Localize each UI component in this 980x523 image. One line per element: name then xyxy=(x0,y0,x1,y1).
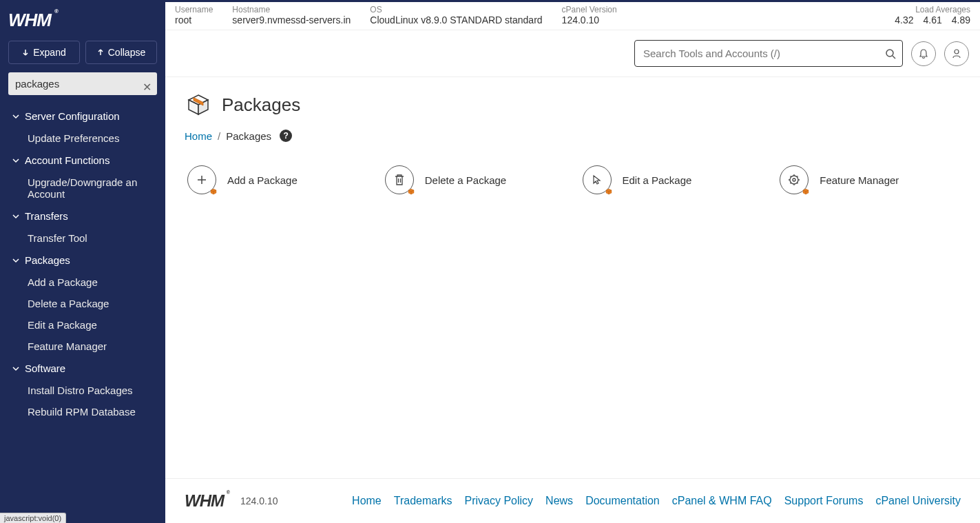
footer-link[interactable]: Home xyxy=(352,495,382,507)
chevron-down-icon xyxy=(12,213,21,220)
info-cpanel-version: cPanel Version 124.0.10 xyxy=(562,5,617,25)
footer-link[interactable]: Privacy Policy xyxy=(465,495,534,507)
sidebar-nav: Server ConfigurationUpdate PreferencesAc… xyxy=(0,102,165,523)
info-label: Load Averages xyxy=(895,5,970,14)
footer-links: HomeTrademarksPrivacy PolicyNewsDocument… xyxy=(352,495,961,507)
nav-group-header[interactable]: Transfers xyxy=(0,205,165,227)
footer-link[interactable]: cPanel University xyxy=(875,495,961,507)
package-badge-icon xyxy=(210,188,217,195)
nav-item[interactable]: Feature Manager xyxy=(0,336,165,357)
action-item[interactable]: Feature Manager xyxy=(777,163,961,197)
action-item[interactable]: Edit a Package xyxy=(580,163,764,197)
package-badge-icon xyxy=(605,188,612,195)
footer-link[interactable]: cPanel & WHM FAQ xyxy=(672,495,772,507)
nav-item[interactable]: Delete a Package xyxy=(0,293,165,314)
footer-version: 124.0.10 xyxy=(240,495,278,506)
sidebar: WHM Expand Collapse ✕ Server Configurati… xyxy=(0,0,165,523)
sidebar-search-input[interactable] xyxy=(8,72,157,95)
info-label: cPanel Version xyxy=(562,5,617,14)
nav-group-title: Server Configuration xyxy=(25,110,120,122)
notifications-button[interactable] xyxy=(911,41,936,66)
nav-item[interactable]: Add a Package xyxy=(0,271,165,293)
action-item[interactable]: Delete a Package xyxy=(382,163,566,197)
nav-item[interactable]: Upgrade/Downgrade an Account xyxy=(0,172,165,205)
package-badge-icon xyxy=(408,188,415,195)
trash-icon xyxy=(385,165,414,194)
footer-logo[interactable]: WHM xyxy=(185,491,224,511)
info-value: server9.nvmessd-servers.in xyxy=(232,14,351,25)
page-title: Packages xyxy=(222,94,300,116)
pointer-icon xyxy=(583,165,612,194)
chevron-down-icon xyxy=(12,365,21,372)
gear-icon xyxy=(780,165,809,194)
nav-group-header[interactable]: Server Configuration xyxy=(0,105,165,127)
info-label: Hostname xyxy=(232,5,351,14)
nav-item[interactable]: Install Distro Packages xyxy=(0,380,165,401)
nav-group-header[interactable]: Packages xyxy=(0,249,165,271)
nav-group-title: Packages xyxy=(25,254,70,266)
expand-button[interactable]: Expand xyxy=(8,41,80,64)
package-icon xyxy=(185,91,212,119)
package-badge-icon xyxy=(802,188,809,195)
load-value: 4.61 xyxy=(924,14,942,25)
status-tooltip: javascript:void(0) xyxy=(0,513,66,523)
nav-item[interactable]: Update Preferences xyxy=(0,127,165,149)
arrow-down-icon xyxy=(22,49,29,56)
info-value: 124.0.10 xyxy=(562,14,617,25)
main: Username root Hostname server9.nvmessd-s… xyxy=(165,0,980,523)
footer-link[interactable]: Trademarks xyxy=(394,495,452,507)
action-item[interactable]: Add a Package xyxy=(185,163,368,197)
footer-link[interactable]: News xyxy=(545,495,573,507)
search-icon[interactable] xyxy=(885,48,896,59)
nav-group-title: Account Functions xyxy=(25,154,110,166)
help-icon[interactable]: ? xyxy=(280,130,292,142)
footer: WHM 124.0.10 HomeTrademarksPrivacy Polic… xyxy=(165,478,980,523)
collapse-button[interactable]: Collapse xyxy=(85,41,157,64)
sidebar-controls: Expand Collapse xyxy=(0,37,165,72)
svg-point-2 xyxy=(955,50,959,54)
nav-group-title: Software xyxy=(25,362,65,374)
breadcrumb-separator: / xyxy=(218,130,220,142)
info-bar: Username root Hostname server9.nvmessd-s… xyxy=(165,0,980,30)
search-input[interactable] xyxy=(634,40,903,67)
load-values: 4.324.614.89 xyxy=(895,14,970,25)
user-menu-button[interactable] xyxy=(944,41,969,66)
nav-group-header[interactable]: Software xyxy=(0,357,165,380)
clear-search-icon[interactable]: ✕ xyxy=(143,80,152,93)
user-icon xyxy=(951,48,962,59)
arrow-up-icon xyxy=(97,49,104,56)
info-load-averages: Load Averages 4.324.614.89 xyxy=(895,5,970,25)
breadcrumb: Home / Packages ? xyxy=(185,130,961,142)
footer-link[interactable]: Documentation xyxy=(585,495,660,507)
load-value: 4.32 xyxy=(895,14,913,25)
info-hostname: Hostname server9.nvmessd-servers.in xyxy=(232,5,351,25)
chevron-down-icon xyxy=(12,113,21,120)
info-label: OS xyxy=(370,5,542,14)
nav-group-header[interactable]: Account Functions xyxy=(0,149,165,172)
sidebar-search-wrap: ✕ xyxy=(0,72,165,102)
header-row xyxy=(165,30,980,77)
action-grid: Add a PackageDelete a PackageEdit a Pack… xyxy=(185,163,961,197)
action-label: Feature Manager xyxy=(820,174,899,186)
info-os: OS CloudLinux v8.9.0 STANDARD standard xyxy=(370,5,542,25)
search-wrap xyxy=(634,40,903,67)
info-value: root xyxy=(175,14,213,25)
action-label: Add a Package xyxy=(227,174,298,186)
logo-area: WHM xyxy=(0,0,165,37)
nav-item[interactable]: Rebuild RPM Database xyxy=(0,401,165,422)
nav-group-title: Transfers xyxy=(25,210,68,222)
nav-item[interactable]: Edit a Package xyxy=(0,314,165,336)
breadcrumb-home[interactable]: Home xyxy=(185,130,212,142)
nav-item[interactable]: Transfer Tool xyxy=(0,227,165,249)
expand-label: Expand xyxy=(33,47,65,58)
svg-line-1 xyxy=(893,56,895,59)
content: Packages Home / Packages ? Add a Package… xyxy=(165,77,980,478)
svg-point-6 xyxy=(793,178,795,181)
footer-link[interactable]: Support Forums xyxy=(784,495,864,507)
brand-logo[interactable]: WHM xyxy=(8,10,51,31)
info-label: Username xyxy=(175,5,213,14)
svg-point-0 xyxy=(886,50,893,57)
info-value: CloudLinux v8.9.0 STANDARD standard xyxy=(370,14,542,25)
chevron-down-icon xyxy=(12,257,21,264)
action-label: Edit a Package xyxy=(623,174,692,186)
